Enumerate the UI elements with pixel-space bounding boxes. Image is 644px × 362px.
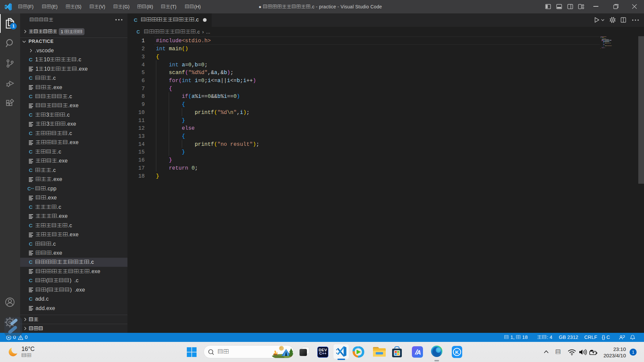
svg-text:A: A [416,349,421,356]
svg-text:K: K [455,349,459,355]
